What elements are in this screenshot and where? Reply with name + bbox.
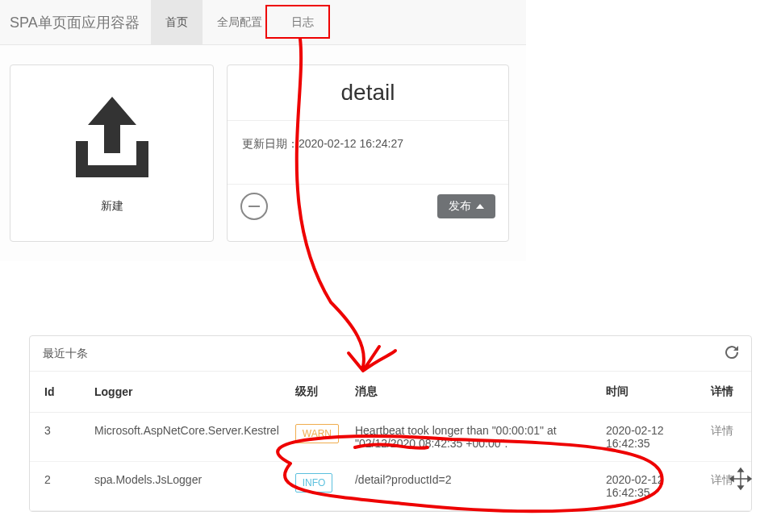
detail-meta-label: 更新日期： — [242, 137, 299, 150]
cell-time: 2020-02-12 16:42:35 — [598, 462, 703, 511]
cell-detail: 详情 — [703, 462, 751, 511]
cell-logger: spa.Models.JsLogger — [86, 462, 287, 511]
cell-time: 2020-02-12 16:42:35 — [598, 413, 703, 462]
log-table-body: 3Microsoft.AspNetCore.Server.KestrelWARN… — [30, 413, 751, 511]
col-time: 时间 — [598, 372, 703, 413]
tab-global-config[interactable]: 全局配置 — [203, 0, 277, 44]
log-table: Id Logger 级别 消息 时间 详情 3Microsoft.AspNetC… — [30, 372, 751, 511]
detail-link[interactable]: 详情 — [711, 473, 733, 486]
nav-tabs: 首页 全局配置 日志 — [151, 0, 328, 44]
publish-button[interactable]: 发布 — [437, 194, 495, 218]
table-row: 2spa.Models.JsLoggerINFO/detail?productI… — [30, 462, 751, 511]
upload-icon — [64, 93, 161, 181]
remove-button[interactable] — [240, 193, 268, 220]
new-card-label: 新建 — [101, 199, 123, 214]
cell-id: 2 — [30, 462, 86, 511]
cell-level: WARN — [287, 413, 347, 462]
cell-id: 3 — [30, 413, 86, 462]
detail-card-title: detail — [228, 65, 508, 121]
log-panel-header: 最近十条 — [30, 336, 751, 372]
cell-msg: Heartbeat took longer than "00:00:01" at… — [347, 413, 598, 462]
detail-card-meta: 更新日期：2020-02-12 16:24:27 — [228, 121, 508, 184]
cell-level: INFO — [287, 462, 347, 511]
top-navbar: SPA单页面应用容器 首页 全局配置 日志 — [0, 0, 526, 45]
refresh-icon — [725, 346, 738, 359]
detail-link[interactable]: 详情 — [711, 424, 733, 437]
col-detail: 详情 — [703, 372, 751, 413]
col-logger: Logger — [86, 372, 287, 413]
svg-rect-0 — [248, 206, 260, 207]
refresh-button[interactable] — [725, 346, 738, 361]
app-brand: SPA单页面应用容器 — [10, 13, 151, 32]
caret-up-icon — [476, 204, 484, 209]
minus-icon — [247, 199, 261, 214]
col-id: Id — [30, 372, 86, 413]
publish-label: 发布 — [449, 199, 471, 214]
tab-logs[interactable]: 日志 — [277, 0, 328, 44]
level-badge: INFO — [295, 473, 333, 493]
log-panel-title: 最近十条 — [43, 347, 88, 361]
tab-home[interactable]: 首页 — [151, 0, 203, 44]
cell-msg: /detail?productId=2 — [347, 462, 598, 511]
col-level: 级别 — [287, 372, 347, 413]
log-table-header-row: Id Logger 级别 消息 时间 详情 — [30, 372, 751, 413]
table-row: 3Microsoft.AspNetCore.Server.KestrelWARN… — [30, 413, 751, 462]
level-badge: WARN — [295, 424, 339, 443]
cell-detail: 详情 — [703, 413, 751, 462]
col-msg: 消息 — [347, 372, 598, 413]
detail-card: detail 更新日期：2020-02-12 16:24:27 发布 — [227, 64, 509, 242]
new-card[interactable]: 新建 — [10, 64, 214, 242]
log-panel: 最近十条 Id Logger 级别 消息 时间 详情 3Microsoft.As… — [29, 335, 752, 512]
cards-row: 新建 detail 更新日期：2020-02-12 16:24:27 发布 — [0, 45, 526, 261]
detail-card-actions: 发布 — [228, 184, 508, 228]
cell-logger: Microsoft.AspNetCore.Server.Kestrel — [86, 413, 287, 462]
detail-meta-value: 2020-02-12 16:24:27 — [299, 137, 403, 150]
